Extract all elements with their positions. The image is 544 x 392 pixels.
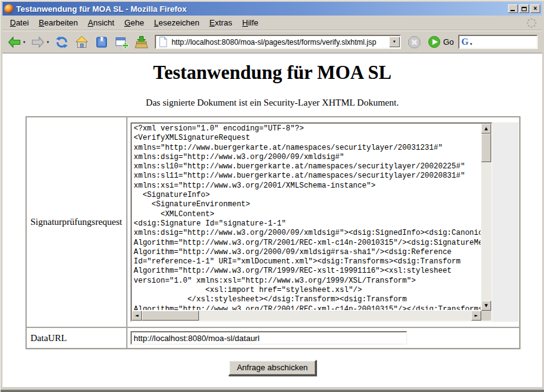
- chevron-down-icon: ▼: [392, 40, 396, 43]
- stop-button[interactable]: [405, 33, 423, 52]
- scroll-up-button[interactable]: ▲: [481, 124, 491, 134]
- menu-lesezeichen[interactable]: Lesezeichen: [149, 16, 205, 29]
- firefox-logo-icon: [4, 4, 14, 14]
- maximize-button[interactable]: [519, 4, 529, 13]
- back-button[interactable]: ▼: [6, 33, 27, 52]
- dataurl-input[interactable]: [131, 331, 407, 345]
- home-icon: [74, 35, 90, 50]
- scroll-down-button[interactable]: ▼: [481, 301, 491, 311]
- title-bar: Testanwendung für MOA SL - Mozilla Firef…: [2, 2, 542, 16]
- back-icon: [7, 35, 22, 49]
- menu-datei[interactable]: Datei: [5, 16, 34, 29]
- page-content: Testanwendung für MOA SL Das signierte D…: [2, 53, 542, 387]
- menu-extras[interactable]: Extras: [205, 16, 237, 29]
- home-button[interactable]: [73, 33, 91, 52]
- window-frame-bottom: [1, 387, 544, 392]
- menu-bearbeiten[interactable]: Bearbeiten: [34, 16, 83, 29]
- page-icon: [157, 36, 168, 48]
- dataurl-label: DataURL: [26, 327, 127, 349]
- menu-gehe[interactable]: Gehe: [119, 16, 149, 29]
- page-title: Testanwendung für MOA SL: [2, 62, 542, 84]
- minimize-button[interactable]: [508, 4, 518, 13]
- menu-ansicht[interactable]: Ansicht: [83, 16, 119, 29]
- search-input[interactable]: [473, 36, 544, 48]
- request-label: Signaturprüfungsrequest: [26, 117, 127, 327]
- request-xml-textarea[interactable]: <?xml version="1.0" encoding="UTF-8"?> <…: [131, 122, 492, 322]
- downloads-icon: [134, 35, 149, 50]
- url-dropdown-button[interactable]: ▼: [389, 37, 400, 47]
- go-button[interactable]: Go: [425, 35, 456, 48]
- scroll-left-button[interactable]: ◄: [132, 311, 142, 321]
- url-bar: ▼: [155, 35, 401, 49]
- bookmarks-button[interactable]: [93, 33, 111, 52]
- maximize-icon: [522, 7, 527, 11]
- google-logo-icon: G: [459, 37, 469, 47]
- search-bar: G ▼: [458, 35, 538, 49]
- minimize-icon: [510, 10, 515, 11]
- window-title: Testanwendung für MOA SL - Mozilla Firef…: [16, 4, 505, 14]
- scroll-right-button[interactable]: ►: [471, 311, 481, 321]
- page-subtitle: Das signierte Dokument ist ein Security-…: [2, 98, 542, 108]
- bookmarks-icon: [94, 35, 109, 50]
- forward-button[interactable]: ▼: [29, 33, 51, 52]
- throbber-icon: [526, 17, 537, 29]
- vertical-scrollbar[interactable]: ▲ ▼: [481, 124, 491, 311]
- menu-bar: Datei Bearbeiten Ansicht Gehe Lesezeiche…: [2, 16, 542, 30]
- vertical-scroll-thumb[interactable]: [481, 134, 491, 162]
- scrollbar-corner: [481, 311, 491, 321]
- url-input[interactable]: [170, 36, 389, 48]
- horizontal-scroll-thumb[interactable]: [142, 311, 199, 321]
- forward-history-dropdown-icon[interactable]: ▼: [46, 40, 50, 44]
- close-icon: ×: [533, 6, 537, 12]
- request-xml-content[interactable]: <?xml version="1.0" encoding="UTF-8"?> <…: [134, 124, 481, 310]
- stop-icon: [407, 35, 422, 50]
- reload-icon: [54, 35, 70, 50]
- new-window-icon: [114, 35, 129, 50]
- request-cell-spacer: [492, 122, 519, 322]
- downloads-button[interactable]: [132, 33, 150, 52]
- submit-request-button[interactable]: Anfrage abschicken: [228, 360, 316, 376]
- menu-hilfe[interactable]: Hilfe: [237, 16, 264, 29]
- request-form-table: Signaturprüfungsrequest <?xml version="1…: [25, 116, 520, 349]
- go-label: Go: [443, 37, 454, 47]
- request-cell: <?xml version="1.0" encoding="UTF-8"?> <…: [127, 117, 520, 327]
- back-history-dropdown-icon[interactable]: ▼: [22, 40, 26, 44]
- horizontal-scrollbar[interactable]: ◄ ►: [132, 311, 481, 321]
- close-button[interactable]: ×: [530, 4, 540, 13]
- reload-button[interactable]: [53, 33, 71, 52]
- go-icon: [428, 35, 441, 48]
- navigation-toolbar: ▼ ▼: [2, 30, 542, 53]
- forward-icon: [30, 35, 45, 49]
- new-window-button[interactable]: [113, 33, 131, 52]
- browser-window: Testanwendung für MOA SL - Mozilla Firef…: [0, 0, 544, 392]
- dataurl-cell: [127, 327, 520, 349]
